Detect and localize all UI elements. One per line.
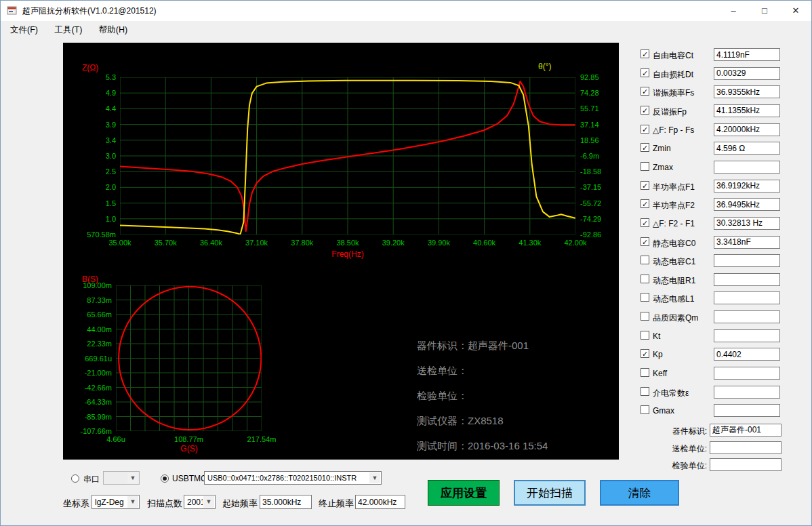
param-value-input[interactable] (714, 48, 780, 61)
param-checkbox[interactable]: ✓ (641, 199, 649, 208)
z-axis-tick: 4.9 (64, 89, 116, 97)
usbtmc-radio[interactable] (161, 474, 169, 483)
param-checkbox[interactable] (641, 387, 649, 396)
start-scan-button[interactable]: 开始扫描 (514, 480, 586, 506)
param-value-input[interactable] (714, 273, 780, 286)
close-button[interactable]: ✕ (780, 1, 811, 21)
param-checkbox[interactable]: ✓ (641, 218, 649, 227)
param-value-input[interactable] (714, 161, 780, 174)
scan-points-select[interactable]: 2001 ▼ (184, 495, 216, 509)
clear-button[interactable]: 清除 (600, 480, 679, 506)
param-value-input[interactable] (714, 310, 780, 323)
param-row-12: 动态电容C1 (638, 254, 812, 269)
z-axis-tick: 3.0 (64, 152, 116, 160)
usb-address-select[interactable]: USB0::0x0471::0x2786::T020215010::INSTR … (204, 471, 382, 485)
param-checkbox[interactable]: ✓ (641, 181, 649, 190)
param-value-input[interactable] (714, 217, 780, 230)
param-label: 品质因素Qm (653, 312, 698, 324)
param-checkbox[interactable] (641, 368, 649, 377)
device-info-line: 器件标识：超声器件-001 (417, 340, 529, 352)
param-row-13: 动态电阻R1 (638, 273, 812, 288)
param-row-16: Kt (638, 329, 812, 344)
device-field-input[interactable] (710, 441, 781, 454)
minimize-button[interactable]: – (718, 1, 749, 21)
freq-axis-tick: 39.20k (374, 239, 412, 247)
menu-help[interactable]: 帮助(H) (92, 21, 134, 39)
param-checkbox[interactable]: ✓ (641, 68, 649, 77)
param-label: 反谐振Fp (653, 106, 687, 118)
param-value-input[interactable] (714, 367, 780, 380)
device-info-line: 检验单位： (417, 390, 468, 403)
device-field-row: 器件标识: (638, 424, 812, 439)
freq-axis-tick: 41.30k (511, 239, 549, 247)
theta-axis-tick: -92.86 (580, 230, 601, 239)
param-value-input[interactable] (714, 104, 780, 117)
param-value-input[interactable] (714, 67, 780, 80)
param-label: 动态电阻R1 (653, 275, 695, 287)
param-checkbox[interactable]: ✓ (641, 125, 649, 134)
device-field-input[interactable] (710, 424, 781, 437)
plot-panel: Z(Ω) θ(°) Freq(Hz) B(S) G(S) 5.34.94.43.… (63, 43, 619, 460)
serial-port-select[interactable]: ▼ (103, 471, 140, 485)
param-row-4: ✓反谐振Fp (638, 104, 812, 119)
param-value-input[interactable] (714, 404, 780, 417)
param-value-input[interactable] (714, 254, 780, 267)
theta-axis-tick: -55.72 (580, 199, 601, 207)
freq-axis-tick: 37.80k (283, 239, 321, 247)
param-row-19: 介电常数ε (638, 386, 812, 401)
start-freq-input[interactable] (260, 495, 312, 509)
z-axis-tick: 1.5 (64, 199, 116, 207)
param-checkbox[interactable] (641, 312, 649, 321)
b-axis-tick: -85.99m (64, 413, 112, 421)
g-axis-tick: 217.54m (241, 435, 282, 443)
parameter-panel: ✓自由电容Ct✓自由损耗Dt✓谐振频率Fs✓反谐振Fp✓△F: Fp - Fs✓… (638, 48, 812, 523)
b-axis-tick: 22.33m (64, 340, 112, 348)
param-value-input[interactable] (714, 198, 780, 211)
param-value-input[interactable] (714, 142, 780, 155)
coord-system-select[interactable]: lgZ-Deg ▼ (92, 495, 140, 509)
param-checkbox[interactable]: ✓ (641, 106, 649, 115)
maximize-button[interactable]: □ (749, 1, 780, 21)
param-checkbox[interactable]: ✓ (641, 349, 649, 358)
b-axis-tick: -64.33m (64, 398, 112, 406)
z-axis-tick: 5.3 (64, 73, 116, 81)
radio-dot (163, 477, 167, 481)
stop-freq-input[interactable] (355, 495, 405, 509)
param-checkbox[interactable] (641, 162, 649, 171)
param-value-input[interactable] (714, 180, 780, 193)
param-checkbox[interactable]: ✓ (641, 237, 649, 246)
apply-settings-button[interactable]: 应用设置 (428, 480, 500, 506)
param-checkbox[interactable] (641, 331, 649, 340)
b-axis-tick: 109.00m (64, 281, 112, 289)
param-value-input[interactable] (714, 85, 780, 98)
param-value-input[interactable] (714, 329, 780, 342)
menu-file[interactable]: 文件(F) (3, 21, 45, 39)
param-label: Kt (653, 331, 660, 341)
freq-axis-tick: 37.10k (238, 239, 276, 247)
param-value-input[interactable] (714, 123, 780, 136)
device-field-row: 检验单位: (638, 458, 812, 473)
dropdown-arrow-icon: ▼ (127, 496, 138, 508)
param-checkbox[interactable] (641, 256, 649, 264)
scan-points-label: 扫描点数 (147, 498, 182, 510)
device-field-input[interactable] (710, 458, 781, 471)
param-checkbox[interactable]: ✓ (641, 87, 649, 96)
serial-port-radio[interactable] (71, 474, 79, 483)
dropdown-arrow-icon: ▼ (203, 496, 214, 508)
param-value-input[interactable] (714, 291, 780, 304)
theta-axis-tick: -6.9m (580, 152, 599, 160)
param-value-input[interactable] (714, 386, 780, 399)
param-checkbox[interactable] (641, 293, 649, 302)
b-axis-tick: 87.33m (64, 296, 112, 304)
param-value-input[interactable] (714, 236, 780, 249)
param-value-input[interactable] (714, 348, 780, 361)
impedance-phase-chart (120, 77, 575, 235)
b-axis-tick: 669.61u (64, 355, 112, 363)
theta-axis-tick: 18.56 (580, 136, 599, 144)
param-checkbox[interactable]: ✓ (641, 143, 649, 152)
param-checkbox[interactable] (641, 405, 649, 414)
menu-tools[interactable]: 工具(T) (47, 21, 89, 39)
device-field-label: 器件标识: (647, 426, 707, 437)
param-checkbox[interactable]: ✓ (641, 49, 649, 58)
param-checkbox[interactable] (641, 275, 649, 283)
